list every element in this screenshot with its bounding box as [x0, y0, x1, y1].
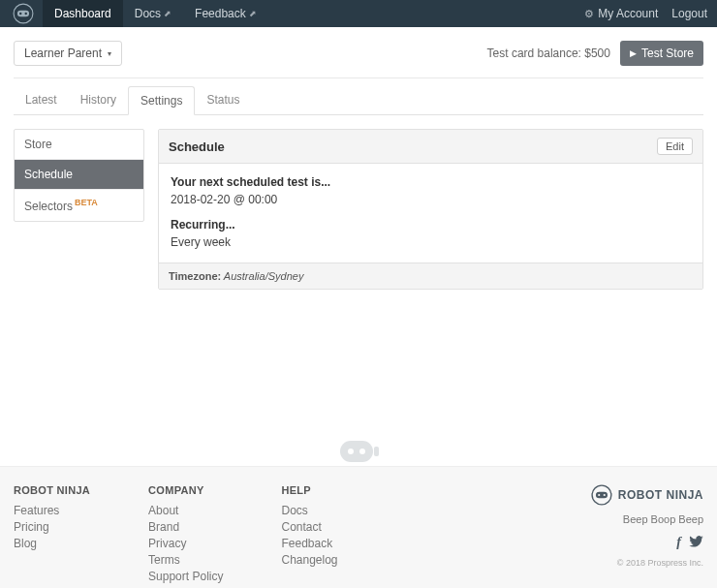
twitter-icon[interactable]	[689, 535, 703, 550]
sidebar-item-selectors[interactable]: SelectorsBETA	[15, 190, 143, 221]
footer-col-help-title: HELP	[281, 484, 337, 496]
svg-point-10	[598, 494, 600, 496]
footer-brand-name: ROBOT NINJA	[618, 489, 703, 501]
panel-footer: Timezone: Australia/Sydney	[159, 263, 702, 289]
nav-logout[interactable]: Logout	[671, 7, 707, 20]
footer-col-product: ROBOT NINJA Features Pricing Blog	[14, 484, 90, 586]
balance-area: Test card balance: $500 ▶ Test Store	[487, 41, 703, 66]
timezone-value: Australia/Sydney	[224, 270, 304, 282]
store-selector-label: Learner Parent	[24, 46, 102, 60]
footer-link-terms[interactable]: Terms	[148, 553, 223, 567]
svg-rect-1	[17, 11, 29, 17]
footer-link-privacy[interactable]: Privacy	[148, 537, 223, 550]
tabs: Latest History Settings Status	[14, 86, 703, 115]
primary-nav: Dashboard Docs⬈ Feedback⬈	[43, 0, 268, 27]
svg-point-6	[359, 449, 365, 454]
divider	[14, 77, 703, 78]
external-icon: ⬈	[249, 9, 257, 18]
footer-link-features[interactable]: Features	[14, 504, 90, 517]
test-store-button[interactable]: ▶ Test Store	[620, 41, 703, 66]
footer-link-contact[interactable]: Contact	[281, 520, 337, 534]
next-test-label: Your next scheduled test is...	[171, 175, 330, 189]
footer-link-pricing[interactable]: Pricing	[14, 520, 90, 534]
panel-header: Schedule Edit	[159, 130, 702, 164]
topbar: Dashboard Docs⬈ Feedback⬈ ⚙My Account Lo…	[0, 0, 717, 27]
nav-docs-label: Docs	[135, 7, 161, 20]
external-icon: ⬈	[164, 9, 171, 18]
gear-icon: ⚙	[584, 8, 594, 19]
chevron-down-icon: ▾	[108, 49, 111, 58]
footer-link-about[interactable]: About	[148, 504, 223, 517]
next-test-value: 2018-02-20 @ 00:00	[171, 193, 691, 206]
tab-status[interactable]: Status	[195, 86, 251, 114]
footer-col-product-title: ROBOT NINJA	[14, 484, 90, 496]
tab-latest[interactable]: Latest	[14, 86, 69, 114]
svg-rect-9	[596, 492, 608, 499]
nav-my-account-label: My Account	[598, 7, 658, 20]
footer-col-company: COMPANY About Brand Privacy Terms Suppor…	[148, 484, 223, 586]
footer-copyright: © 2018 Prospress Inc.	[591, 558, 703, 568]
tab-settings[interactable]: Settings	[128, 86, 195, 115]
nav-feedback[interactable]: Feedback⬈	[183, 0, 268, 27]
footer-tagline: Beep Boop Beep	[591, 513, 703, 525]
footer-link-brand[interactable]: Brand	[148, 520, 223, 534]
footer-link-support[interactable]: Support Policy	[148, 570, 223, 583]
test-store-button-label: Test Store	[641, 46, 694, 60]
svg-rect-4	[340, 441, 373, 462]
sidebar-item-store[interactable]: Store	[15, 130, 143, 160]
footer-link-docs[interactable]: Docs	[281, 504, 337, 517]
beta-badge: BETA	[75, 198, 98, 207]
sidebar-item-schedule[interactable]: Schedule	[15, 160, 143, 190]
timezone-label: Timezone:	[169, 270, 221, 282]
footer-link-blog[interactable]: Blog	[14, 537, 90, 550]
settings-layout: Store Schedule SelectorsBETA Schedule Ed…	[14, 129, 703, 290]
svg-rect-7	[374, 447, 379, 456]
footer-link-changelog[interactable]: Changelog	[281, 553, 337, 567]
svg-point-2	[19, 13, 21, 15]
footer-brand: ROBOT NINJA Beep Boop Beep f © 2018 Pros…	[591, 484, 703, 586]
footer-link-feedback[interactable]: Feedback	[281, 537, 337, 550]
page-top-row: Learner Parent ▾ Test card balance: $500…	[14, 37, 703, 77]
panel-title: Schedule	[169, 139, 225, 154]
nav-feedback-label: Feedback	[195, 7, 246, 20]
nav-docs[interactable]: Docs⬈	[123, 0, 183, 27]
settings-sidebar: Store Schedule SelectorsBETA	[14, 129, 144, 222]
recurring-label: Recurring...	[171, 218, 235, 232]
play-icon: ▶	[630, 48, 637, 58]
footer-logo-icon	[591, 484, 612, 506]
nav-dashboard[interactable]: Dashboard	[43, 0, 123, 27]
edit-button[interactable]: Edit	[657, 138, 693, 155]
nav-right: ⚙My Account Logout	[584, 7, 707, 20]
store-selector-dropdown[interactable]: Learner Parent ▾	[14, 41, 122, 66]
footer: ROBOT NINJA Features Pricing Blog COMPAN…	[0, 466, 717, 588]
sidebar-item-selectors-label: Selectors	[24, 200, 73, 213]
recurring-value: Every week	[171, 235, 691, 249]
svg-point-5	[348, 449, 354, 454]
facebook-icon[interactable]: f	[676, 535, 681, 550]
robot-divider-icon	[0, 435, 717, 466]
svg-point-3	[25, 13, 27, 15]
footer-col-help: HELP Docs Contact Feedback Changelog	[281, 484, 337, 586]
panel-body: Your next scheduled test is... 2018-02-2…	[159, 164, 702, 263]
footer-col-company-title: COMPANY	[148, 484, 223, 496]
svg-point-11	[603, 494, 605, 496]
card-balance-text: Test card balance: $500	[487, 46, 610, 60]
schedule-panel: Schedule Edit Your next scheduled test i…	[158, 129, 703, 290]
nav-my-account[interactable]: ⚙My Account	[584, 7, 658, 20]
tab-history[interactable]: History	[69, 86, 128, 114]
logo-icon[interactable]	[4, 3, 43, 24]
